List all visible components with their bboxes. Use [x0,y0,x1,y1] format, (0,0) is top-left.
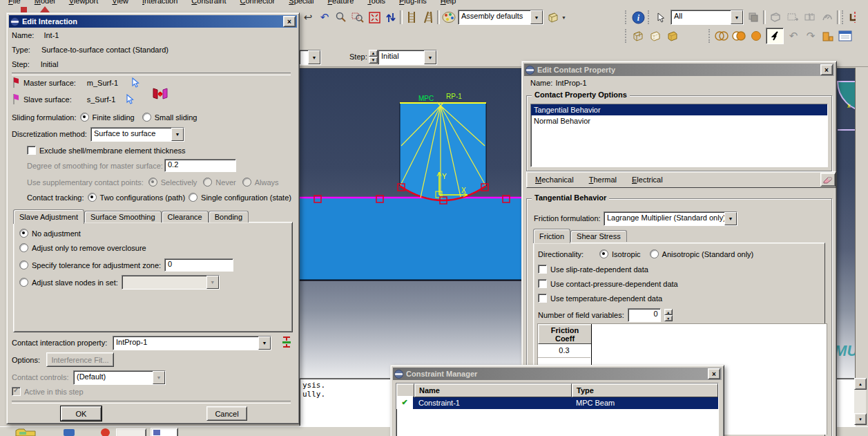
menu-thermal[interactable]: Thermal [588,176,618,184]
boolean-merge-icon[interactable] [749,28,764,44]
rotate-view-icon[interactable]: ↶ [317,10,332,25]
menu-model[interactable]: Model [33,0,57,5]
selection-filter-combobox[interactable]: All ▼ [671,10,744,25]
two-configurations-radio[interactable] [88,193,97,202]
friction-coeff-cell[interactable]: 0.3 [538,343,590,358]
no-adjustment-radio[interactable] [19,229,28,238]
close-icon[interactable]: × [283,16,296,27]
delete-option-button[interactable] [820,173,836,187]
adjust-nodes-radio[interactable] [19,278,28,287]
taskbar-window-button[interactable] [151,428,178,436]
redo-icon[interactable]: ↷ [803,28,818,44]
toolbar-grip[interactable] [625,10,628,24]
create-interaction-property-icon[interactable] [280,336,293,348]
friction-coeff-header[interactable]: Friction Coeff [538,324,592,344]
discretization-combobox[interactable]: Surface to surface ▼ [90,127,184,142]
ok-button[interactable]: OK [61,406,102,421]
manager-dialog-icon[interactable] [838,28,853,44]
render-hiddenline-icon[interactable] [648,28,663,44]
finite-sliding-radio[interactable] [80,113,89,122]
select-in-viewport-icon[interactable] [125,94,135,104]
partition-icon[interactable] [785,10,800,25]
name-column-header[interactable]: Name [414,383,572,397]
spin-down-icon[interactable]: ▼ [664,315,673,321]
menu-connector[interactable]: Connector [239,0,277,5]
color-code-combobox[interactable]: Assembly defaults ▼ [458,10,543,25]
cancel-button[interactable]: Cancel [206,406,247,421]
chevron-down-icon[interactable]: ▼ [153,371,165,384]
chevron-down-icon[interactable]: ▼ [171,128,184,141]
chevron-down-icon[interactable]: ▼ [424,50,436,64]
scroll-down-icon[interactable]: ▼ [854,413,867,425]
edit-mesh-hand-icon[interactable] [820,10,835,25]
toolbar-fragment-icon[interactable] [40,6,50,12]
dialog-titlebar[interactable]: Constraint Manager × [393,368,722,380]
smoothing-input[interactable]: 0.2 [164,159,236,172]
visible-objects-icon[interactable] [545,10,560,25]
constraint-table[interactable]: Name Type ✔ Constraint-1 MPC Beam [396,383,719,436]
field-variables-input[interactable]: 0 [628,308,661,322]
tab-shear-stress[interactable]: Shear Stress [570,230,627,242]
remove-overclosure-radio[interactable] [19,243,28,252]
tab-slave-adjustment[interactable]: Slave Adjustment [13,209,84,224]
list-item-tangential[interactable]: Tangential Behavior [531,104,827,115]
dialog-titlebar[interactable]: Edit Interaction × [9,15,297,28]
taskbar-window-button[interactable] [116,428,146,436]
render-wireframe-icon[interactable] [630,28,646,44]
menu-special[interactable]: Special [287,0,315,5]
menu-view[interactable]: View [110,0,130,5]
step-spinner[interactable]: ▲ ▼ [369,50,378,64]
anisotropic-radio[interactable] [650,249,659,258]
tab-clearance[interactable]: Clearance [162,211,209,222]
menu-constraint[interactable]: Constraint [190,0,227,5]
zoom-box-icon[interactable] [350,10,365,25]
menu-plugins[interactable]: Plug-ins [398,0,428,5]
view-compass[interactable]: x [838,82,855,130]
friction-formulation-combobox[interactable]: Lagrange Multiplier (Standard only) ▼ [604,211,737,226]
tab-friction[interactable]: Friction [533,229,570,243]
chevron-down-icon[interactable]: ▼ [258,337,271,350]
view-cut-icon[interactable] [768,10,783,25]
menu-tools[interactable]: Tools [366,0,387,5]
constraint-manager-dialog[interactable]: Constraint Manager × Name Type ✔ Constra… [390,365,724,436]
close-icon[interactable]: × [820,64,833,75]
regenerate-icon[interactable] [820,28,836,44]
interference-fit-button[interactable]: Interference Fit... [46,352,114,367]
selectively-radio[interactable] [148,178,157,187]
menu-mechanical[interactable]: Mechanical [534,176,575,184]
chevron-down-icon[interactable]: ▼ [308,50,320,64]
menu-feature[interactable]: Feature [326,0,355,5]
node-set-combobox[interactable]: ▼ [122,275,220,290]
toolbar-grip[interactable] [648,10,651,24]
select-in-viewport-icon[interactable] [131,77,140,88]
corner-bracket-icon[interactable] [847,10,862,25]
dialog-titlebar[interactable]: Edit Contact Property × [524,64,834,76]
spin-up-icon[interactable]: ▲ [369,50,378,57]
field-variables-spinner[interactable]: ▲ ▼ [664,309,673,321]
table-row[interactable]: ✔ Constraint-1 MPC Beam [396,396,718,409]
single-configuration-radio[interactable] [189,193,197,202]
cycle-views-icon[interactable] [383,10,398,25]
menu-file[interactable]: File [7,0,22,5]
pan-view-icon[interactable]: ↩ [300,10,316,25]
boolean-intersect-icon[interactable] [731,28,746,44]
cip-combobox[interactable]: IntProp-1 ▼ [113,336,271,350]
tab-surface-smoothing[interactable]: Surface Smoothing [84,211,162,222]
close-icon[interactable]: × [708,368,720,379]
datum-icon[interactable] [802,10,818,25]
toolbar-fragment-icon[interactable] [21,7,27,12]
property-options-listbox[interactable]: Tangential Behavior Normal Behavior [530,104,828,167]
edit-interaction-dialog[interactable]: Edit Interaction × Name: Int-1 Type: Sur… [6,12,300,424]
menu-viewport[interactable]: Viewport [68,0,100,5]
menu-electrical[interactable]: Electrical [630,176,664,184]
toolbar-grip[interactable] [708,29,712,43]
select-cursor-icon[interactable] [653,10,668,25]
select-tool-active[interactable] [766,28,784,44]
taskbar-folder-icon[interactable] [15,428,36,436]
isotropic-radio[interactable] [599,249,608,258]
scroll-up-icon[interactable]: ▲ [854,378,867,390]
exclude-thickness-checkbox[interactable] [27,146,36,155]
chevron-down-icon[interactable]: ▼ [530,10,543,24]
taskbar-app-icon[interactable] [64,429,75,436]
render-rails-icon[interactable] [404,10,419,25]
